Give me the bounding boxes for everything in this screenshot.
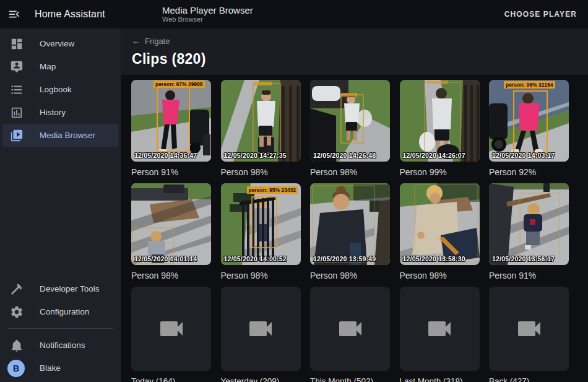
clip-label: Person 98% — [400, 271, 480, 280]
video-icon — [514, 314, 544, 344]
clip-thumbnail: 12/05/2020 13:58:30 — [400, 183, 480, 265]
video-icon — [157, 314, 186, 344]
clip-card-9[interactable]: 12/05/2020 13:58:30 Person 98% — [400, 183, 480, 280]
clip-art — [310, 183, 390, 265]
video-icon — [425, 314, 454, 344]
clip-art — [221, 183, 301, 265]
gear-icon — [10, 305, 24, 319]
panel-subtitle: Web Browser — [162, 15, 253, 24]
user-menu[interactable]: B Blake — [2, 357, 118, 380]
user-name: Blake — [40, 363, 61, 373]
clip-card-7[interactable]: person: 95% 23432 12/05/2020 14:00:52 Pe… — [221, 183, 301, 280]
folder-thumbnail — [489, 287, 569, 371]
clip-label: Person 98% — [131, 271, 211, 280]
clip-label: Person 91% — [489, 271, 569, 280]
sidebar-item-label: Overview — [40, 39, 74, 48]
media-grid: person: 97% 29988 12/05/2020 14:36:47 Pe… — [131, 80, 579, 382]
breadcrumb-back[interactable]: ← Frigate — [132, 37, 170, 46]
folder-card-this-month[interactable]: This Month (502) — [310, 287, 390, 382]
clip-art — [131, 80, 211, 162]
clip-art — [400, 80, 480, 162]
clip-timestamp: 12/05/2020 14:03:17 — [492, 152, 555, 159]
back-arrow-icon: ← — [132, 37, 141, 45]
clip-card-1[interactable]: person: 97% 29988 12/05/2020 14:36:47 Pe… — [131, 80, 211, 177]
clip-card-8[interactable]: 12/05/2020 13:59:49 Person 98% — [310, 183, 390, 280]
breadcrumb-label: Frigate — [145, 37, 170, 46]
clip-thumbnail: person: 96% 32154 12/05/2020 14:03:17 — [489, 80, 569, 162]
clip-thumbnail: 12/05/2020 13:59:49 — [310, 183, 390, 265]
clip-label: Person 98% — [221, 271, 301, 280]
clip-card-3[interactable]: 12/05/2020 14:26:48 Person 98% — [310, 80, 390, 177]
folder-card-back[interactable]: Back (427) — [489, 287, 569, 382]
video-icon — [246, 314, 275, 344]
clip-timestamp: 12/05/2020 13:59:49 — [313, 255, 376, 263]
sidebar-item-history[interactable]: History — [2, 101, 118, 124]
clip-card-6[interactable]: 12/05/2020 14:01:14 Person 98% — [131, 183, 211, 280]
sidebar-item-label: History — [40, 108, 66, 117]
menu-open-icon[interactable] — [0, 0, 28, 28]
sidebar-item-media-browser[interactable]: Media Browser — [2, 124, 118, 147]
sidebar-item-label: Media Browser — [40, 131, 95, 140]
sidebar-item-developer-tools[interactable]: Developer Tools — [2, 277, 118, 300]
clip-timestamp: 12/05/2020 14:27:35 — [224, 152, 287, 159]
main-content: ← Frigate Clips (820) — [121, 28, 588, 382]
clip-timestamp: 12/05/2020 13:58:30 — [403, 255, 465, 263]
panel-header: Media Player Browser Web Browser — [162, 0, 253, 28]
sidebar-item-logbook[interactable]: Logbook — [2, 78, 118, 101]
sidebar-divider — [7, 328, 113, 329]
clip-label: Person 92% — [489, 167, 569, 177]
sidebar-item-overview[interactable]: Overview — [2, 32, 118, 55]
play-box-multiple-icon — [10, 129, 24, 142]
clip-card-5[interactable]: person: 96% 32154 12/05/2020 14:03:17 Pe… — [489, 80, 569, 177]
sidebar-spacer — [0, 147, 121, 277]
sidebar-item-configuration[interactable]: Configuration — [2, 300, 118, 323]
video-icon — [335, 314, 365, 344]
clip-label: Person 98% — [310, 167, 390, 177]
sidebar: Overview Map Logbook History Media Brows… — [0, 28, 121, 382]
detection-badge: person: 96% 32154 — [504, 81, 555, 89]
clip-label: Person 91% — [131, 167, 211, 177]
folder-label: Back (427) — [489, 376, 569, 382]
sidebar-item-map[interactable]: Map — [2, 55, 118, 78]
clip-thumbnail: 12/05/2020 14:27:35 — [221, 80, 301, 162]
folder-thumbnail — [310, 287, 390, 371]
dashboard-icon — [10, 37, 24, 51]
folder-card-today[interactable]: Today (164) — [131, 287, 211, 382]
clip-art — [131, 183, 211, 265]
map-account-icon — [10, 60, 24, 74]
clip-card-2[interactable]: 12/05/2020 14:27:35 Person 98% — [221, 80, 301, 177]
clip-art — [400, 183, 480, 265]
clip-art — [489, 80, 569, 162]
clip-card-4[interactable]: 12/05/2020 14:26:07 Person 99% — [400, 80, 480, 177]
clip-timestamp: 12/05/2020 14:36:47 — [134, 152, 197, 159]
list-icon — [10, 83, 24, 97]
notifications-button[interactable]: Notifications — [2, 334, 118, 357]
clip-label: Person 98% — [221, 167, 301, 177]
clip-thumbnail: person: 95% 23432 12/05/2020 14:00:52 — [221, 183, 301, 265]
clip-card-10[interactable]: 12/05/2020 13:56:17 Person 91% — [489, 183, 569, 280]
app-header: Home Assistant Media Player Browser Web … — [0, 0, 588, 28]
folder-label: Yesterday (209) — [221, 376, 301, 382]
clip-thumbnail: 12/05/2020 14:26:48 — [310, 80, 390, 162]
folder-thumbnail — [221, 287, 301, 371]
detection-badge: person: 95% 23432 — [247, 186, 298, 194]
clip-thumbnail: 12/05/2020 13:56:17 — [489, 183, 569, 265]
notifications-label: Notifications — [40, 341, 85, 350]
clip-art — [310, 80, 390, 162]
sidebar-item-label: Configuration — [40, 307, 89, 316]
detection-badge: person: 97% 29988 — [153, 80, 205, 88]
clip-thumbnail: 12/05/2020 14:26:07 — [400, 80, 480, 162]
folder-thumbnail — [400, 287, 480, 371]
folder-card-last-month[interactable]: Last Month (318) — [400, 287, 480, 382]
choose-player-button[interactable]: CHOOSE PLAYER — [504, 10, 577, 19]
sidebar-item-label: Developer Tools — [40, 284, 100, 293]
folder-card-yesterday[interactable]: Yesterday (209) — [221, 287, 301, 382]
media-grid-area: person: 97% 29988 12/05/2020 14:36:47 Pe… — [121, 75, 588, 382]
clip-thumbnail: 12/05/2020 14:01:14 — [131, 183, 211, 265]
avatar: B — [7, 360, 25, 377]
sidebar-item-label: Map — [40, 62, 56, 71]
app-title: Home Assistant — [35, 9, 105, 20]
clip-art — [221, 80, 301, 162]
folder-label: This Month (502) — [310, 376, 390, 382]
content-header: ← Frigate Clips (820) — [121, 28, 588, 75]
